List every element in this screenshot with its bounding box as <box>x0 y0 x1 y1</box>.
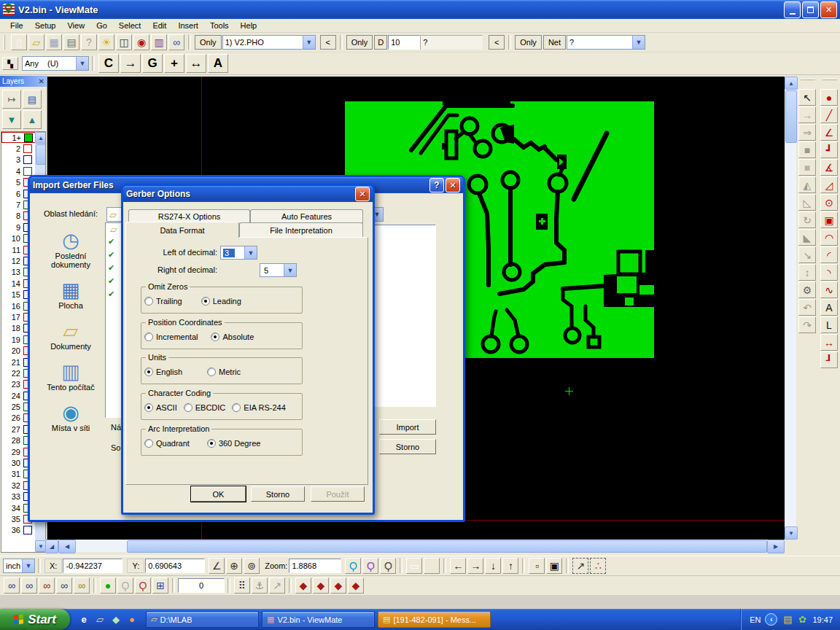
selection-count-field[interactable]: 0 <box>178 578 225 593</box>
dcode-value-field[interactable]: 10 <box>388 35 420 50</box>
close-icon[interactable]: ✕ <box>446 178 460 192</box>
chevron-down-icon[interactable]: ▼ <box>76 57 88 70</box>
fill-solid-icon[interactable]: ■ <box>798 141 816 158</box>
help-book-icon[interactable]: ◆ <box>109 613 122 626</box>
select-pad-icon[interactable]: ◆ <box>313 578 329 594</box>
print-icon[interactable]: ▤ <box>63 34 79 50</box>
redraw-state-icon[interactable]: ● <box>100 578 116 594</box>
tray-icq-icon[interactable]: ✿ <box>796 614 808 626</box>
menu-item[interactable]: Setup <box>29 20 62 31</box>
radio-option[interactable]: English <box>144 368 182 376</box>
view-outline-icon[interactable]: ∞ <box>56 578 72 594</box>
radio-option[interactable]: Quadrant <box>144 439 190 448</box>
draw-angle-icon[interactable]: ∡ <box>820 159 838 176</box>
dcode-highlight-icon[interactable]: ◉ <box>133 34 149 50</box>
select-group-icon[interactable]: G <box>142 54 163 73</box>
layers-panel-titlebar[interactable]: Layers ✕ <box>0 76 47 87</box>
draw-line-icon[interactable]: ╱ <box>820 106 838 123</box>
right-decimal-combobox[interactable]: 5 ▼ <box>260 263 297 277</box>
radio-option[interactable]: EIA RS-244 <box>232 403 285 412</box>
draw-pad-icon[interactable]: ▣ <box>820 211 838 228</box>
places-item[interactable]: ◷ Poslední dokumenty <box>39 230 103 269</box>
firefox-icon[interactable]: ● <box>125 613 139 626</box>
radio-option[interactable]: EBCDIC <box>184 403 226 412</box>
layer-color-swatch[interactable] <box>23 167 32 176</box>
draw-curve-icon[interactable]: ◜ <box>820 246 838 263</box>
text-tool-icon[interactable]: A <box>820 299 838 316</box>
tab-file-interpretation[interactable]: File Interpretation <box>239 222 363 237</box>
scroll-down-icon[interactable]: ▼ <box>35 540 46 552</box>
menu-item[interactable]: View <box>61 20 90 31</box>
origin-icon[interactable]: ⊕ <box>226 558 242 574</box>
places-item[interactable]: ◉ Místa v síti <box>39 402 103 432</box>
only-dcode-button[interactable]: Only <box>346 35 373 50</box>
radio-option[interactable]: Metric <box>207 368 241 376</box>
measure-view-icon[interactable]: ∞ <box>168 34 184 50</box>
rotate-tool-icon[interactable]: ↻ <box>798 211 816 228</box>
highlight-icon[interactable]: ☀ <box>98 34 114 50</box>
minimize-button[interactable] <box>784 1 801 18</box>
canvas-vertical-scrollbar[interactable]: ▲ ▼ <box>785 77 796 540</box>
grid-origin-icon[interactable]: ▫ <box>529 558 545 574</box>
draw-circle-icon[interactable]: ⊙ <box>820 194 838 211</box>
draw-arc-icon[interactable]: ◠ <box>820 229 838 246</box>
label-tool-icon[interactable]: L <box>820 316 838 333</box>
grid-down-icon[interactable]: ↓ <box>485 558 501 574</box>
rotate-pad-icon[interactable]: ◆ <box>330 578 346 594</box>
import-button[interactable]: Import <box>379 419 436 435</box>
zoom-in-icon[interactable]: Ϙ <box>345 558 361 574</box>
draw-polyline-icon[interactable]: ∠ <box>820 124 838 141</box>
task-message[interactable]: ▤ [191-482-091] - Mess... <box>378 611 491 628</box>
skew-tool-icon[interactable]: ◺ <box>798 194 816 211</box>
places-item[interactable]: ▱ Dokumenty <box>39 320 103 351</box>
grid-up-icon[interactable]: ↑ <box>502 558 518 574</box>
close-icon[interactable]: ✕ <box>355 187 370 201</box>
layer-move-up-icon[interactable]: ▲ <box>23 110 42 129</box>
single-layer-icon[interactable]: ↦ <box>2 90 21 109</box>
chevron-down-icon[interactable]: ▼ <box>632 36 645 49</box>
select-any-icon[interactable]: A <box>208 54 228 73</box>
prev-dcode-button[interactable]: < <box>489 35 505 50</box>
move-layer-icon[interactable]: ↘ <box>798 246 816 263</box>
copy-element-icon[interactable]: ⇒ <box>798 124 816 141</box>
layer-colors-icon[interactable]: ▥ <box>151 34 167 50</box>
fill-outline-icon[interactable]: ■ <box>798 159 816 176</box>
dialog-titlebar[interactable]: Gerber Options ✕ <box>123 186 373 202</box>
draw-arc3-icon[interactable]: ◝ <box>820 264 838 281</box>
draw-spline-icon[interactable]: ∿ <box>820 281 838 298</box>
ie-icon[interactable]: e <box>77 613 90 626</box>
close-icon[interactable]: ✕ <box>39 77 44 85</box>
flash-point-icon[interactable]: ● <box>820 89 838 106</box>
unit-combobox[interactable]: inch ▼ <box>3 559 35 573</box>
layer-table-icon[interactable]: ▤ <box>23 90 42 109</box>
scroll-up-icon[interactable]: ▲ <box>35 132 46 144</box>
save-file-icon[interactable]: ▦ <box>46 34 62 50</box>
select-component-icon[interactable]: C <box>98 54 119 73</box>
menu-item[interactable]: Help <box>235 20 263 31</box>
settings-gear-icon[interactable]: ⚙ <box>798 281 816 298</box>
cancel-button[interactable]: Storno <box>379 439 436 454</box>
scroll-down-icon[interactable]: ▼ <box>785 526 798 540</box>
select-span-icon[interactable]: ↔ <box>186 54 206 73</box>
apply-button[interactable]: Použít <box>311 486 365 502</box>
task-dmlab[interactable]: ▱ D:\MLAB <box>146 611 259 628</box>
new-file-icon[interactable]: ▯ <box>11 34 27 50</box>
ok-button[interactable]: OK <box>191 486 246 502</box>
scroll-up-icon[interactable]: ▲ <box>785 77 798 90</box>
pointer-tool-icon[interactable]: ↖ <box>798 89 816 106</box>
lamp-off-icon[interactable]: Ϙ <box>117 578 133 594</box>
draw-route-icon[interactable]: ┚ <box>820 351 838 368</box>
left-decimal-combobox[interactable]: 3 ▼ <box>220 246 257 260</box>
select-window-icon[interactable]: ↗ <box>572 558 588 574</box>
move-element-icon[interactable]: → <box>798 106 816 123</box>
vector-measure-icon[interactable]: ↗ <box>269 578 285 594</box>
scroll-corner-icon[interactable]: ◢ <box>45 540 58 553</box>
places-item[interactable]: ▦ Plocha <box>39 279 103 310</box>
menu-item[interactable]: File <box>4 20 29 31</box>
tray-chevron-icon[interactable]: ‹ <box>765 613 777 626</box>
select-points-icon[interactable]: ∴ <box>590 558 606 574</box>
layer-move-down-icon[interactable]: ▼ <box>2 110 21 129</box>
context-help-icon[interactable]: ? <box>81 34 97 50</box>
places-item[interactable]: ▥ Tento počítač <box>39 361 103 392</box>
angle-measure-icon[interactable]: ∠ <box>209 558 225 574</box>
